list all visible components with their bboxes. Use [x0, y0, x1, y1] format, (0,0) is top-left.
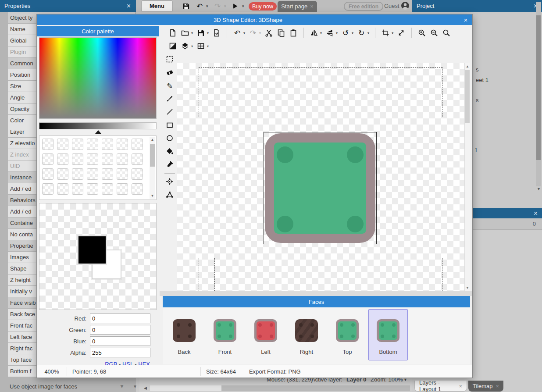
- line-button[interactable]: [164, 107, 175, 118]
- chevron-down-icon[interactable]: ▼: [119, 383, 125, 389]
- color-swatch-empty[interactable]: [72, 139, 83, 150]
- face-thumbnail-back[interactable]: [173, 319, 196, 342]
- hue-saturation-gradient[interactable]: [39, 37, 157, 119]
- color-swatch-empty[interactable]: [132, 139, 143, 150]
- color-swatch-empty[interactable]: [102, 168, 113, 180]
- close-icon[interactable]: ×: [496, 383, 499, 389]
- face-thumbnail-top[interactable]: [336, 319, 359, 342]
- chevron-down-icon[interactable]: ▼: [403, 378, 407, 382]
- color-swatch-empty[interactable]: [57, 183, 68, 195]
- ellipse-button[interactable]: [164, 133, 175, 144]
- face-item-top[interactable]: Top: [328, 309, 367, 360]
- play-dropdown-caret[interactable]: ▾: [242, 4, 244, 8]
- scrollbar-thumb[interactable]: [465, 70, 470, 123]
- close-icon[interactable]: ×: [534, 210, 538, 217]
- color-swatch-empty[interactable]: [72, 153, 83, 165]
- chevron-down-icon[interactable]: ▼: [133, 384, 137, 389]
- face-item-right[interactable]: Right: [287, 309, 326, 360]
- green-field[interactable]: [90, 325, 150, 335]
- zoom-reset-button[interactable]: [441, 28, 452, 38]
- undo-button[interactable]: ↶: [195, 2, 204, 11]
- open-folder-dropdown-caret[interactable]: ▾: [191, 31, 193, 35]
- play-button[interactable]: [231, 2, 239, 11]
- flip-horizontal-button[interactable]: [309, 28, 319, 38]
- color-swatch-empty[interactable]: [57, 139, 68, 150]
- redo-dropdown-caret[interactable]: ▾: [259, 31, 261, 35]
- color-swatch-empty[interactable]: [57, 153, 68, 165]
- color-swatch-empty[interactable]: [132, 183, 143, 195]
- tab-start-page[interactable]: Start page ×: [278, 1, 317, 12]
- tab-layers-layout-1[interactable]: Layers - Layout 1 ×: [414, 381, 467, 392]
- zoom-in-button[interactable]: [417, 28, 427, 38]
- red-field[interactable]: [90, 314, 150, 323]
- rotate-ccw-dropdown-caret[interactable]: ▾: [352, 31, 353, 35]
- close-icon[interactable]: ×: [459, 383, 462, 389]
- scroll-up-arrow-icon[interactable]: ▲: [465, 64, 470, 68]
- flip-vertical-button[interactable]: [324, 28, 335, 38]
- layers-button[interactable]: [180, 41, 190, 51]
- layout-horizontal-scrollbar[interactable]: ◀: [139, 385, 412, 392]
- face-item-back[interactable]: Back: [164, 309, 204, 360]
- origin-button[interactable]: [164, 176, 175, 188]
- import-image-button[interactable]: [211, 28, 222, 38]
- value-slider-marker[interactable]: [95, 130, 101, 134]
- face-item-bottom[interactable]: Bottom: [368, 309, 408, 360]
- alpha-field[interactable]: [90, 348, 150, 357]
- color-swatch-empty[interactable]: [42, 168, 53, 180]
- color-swatch-empty[interactable]: [102, 139, 113, 150]
- scrollbar-thumb[interactable]: [536, 15, 541, 160]
- properties-footer-dropdown[interactable]: Use object image for faces ▼ ▼: [0, 381, 136, 392]
- pencil-button[interactable]: ✎: [164, 80, 175, 92]
- project-tree-item-fragment[interactable]: eet 1: [476, 77, 489, 83]
- project-tree-item-fragment[interactable]: s: [476, 97, 479, 103]
- open-folder-button[interactable]: [180, 28, 190, 38]
- copy-button[interactable]: [276, 28, 286, 38]
- color-swatch-empty[interactable]: [42, 153, 53, 165]
- swatch-scrollbar[interactable]: ▲ ▼: [150, 137, 155, 199]
- color-swatch-empty[interactable]: [132, 168, 143, 180]
- editor-canvas[interactable]: [177, 63, 464, 291]
- scrollbar-thumb[interactable]: [150, 144, 155, 167]
- save-project-button[interactable]: [182, 2, 190, 11]
- select-rectangle-button[interactable]: [164, 54, 175, 65]
- color-swatch-empty[interactable]: [87, 153, 98, 165]
- crop-button[interactable]: [380, 28, 391, 38]
- close-icon[interactable]: ×: [310, 3, 314, 10]
- paste-button[interactable]: [288, 28, 299, 38]
- color-swatch-empty[interactable]: [87, 139, 98, 150]
- crop-dropdown-caret[interactable]: ▾: [392, 31, 393, 35]
- face-item-front[interactable]: Front: [205, 309, 245, 360]
- color-swatch-empty[interactable]: [132, 153, 143, 165]
- zoom-out-button[interactable]: [429, 28, 439, 38]
- undo-button[interactable]: ↶: [232, 28, 242, 38]
- image-selection[interactable]: [264, 132, 377, 244]
- face-thumbnail-bottom[interactable]: [377, 319, 399, 342]
- eraser-button[interactable]: [164, 67, 175, 78]
- project-tree-item-fragment[interactable]: 1: [474, 147, 478, 153]
- redo-dropdown-caret[interactable]: ▾: [224, 4, 226, 8]
- brush-button[interactable]: [164, 93, 175, 105]
- redo-button[interactable]: ↷: [248, 28, 258, 38]
- background-color-button[interactable]: [168, 41, 178, 51]
- canvas-vertical-scrollbar[interactable]: ▲ ▼: [464, 63, 470, 291]
- save-dropdown-caret[interactable]: ▾: [207, 31, 209, 35]
- project-scrollbar[interactable]: [536, 2, 541, 186]
- scroll-left-arrow-icon[interactable]: ◀: [144, 386, 147, 390]
- undo-dropdown-caret[interactable]: ▾: [243, 31, 245, 35]
- color-swatch-empty[interactable]: [72, 183, 83, 195]
- color-swatch-empty[interactable]: [102, 183, 113, 195]
- face-thumbnail-right[interactable]: [295, 319, 318, 342]
- flip-horizontal-dropdown-caret[interactable]: ▾: [320, 31, 322, 35]
- dialog-titlebar[interactable]: 3D Shape Editor: 3DShape ×: [37, 14, 472, 25]
- menu-button[interactable]: Menu: [141, 0, 173, 11]
- fill-button[interactable]: [164, 146, 175, 157]
- primary-color-swatch[interactable]: [78, 236, 106, 264]
- color-swatch-empty[interactable]: [42, 139, 53, 150]
- color-swatch-empty[interactable]: [57, 168, 68, 180]
- rotate-ccw-button[interactable]: ↺: [340, 28, 351, 38]
- eyedropper-button[interactable]: [164, 159, 175, 171]
- undo-dropdown-caret[interactable]: ▾: [206, 4, 208, 8]
- color-swatch-empty[interactable]: [117, 139, 128, 150]
- image-points-button[interactable]: [164, 189, 175, 201]
- flip-vertical-dropdown-caret[interactable]: ▾: [336, 31, 338, 35]
